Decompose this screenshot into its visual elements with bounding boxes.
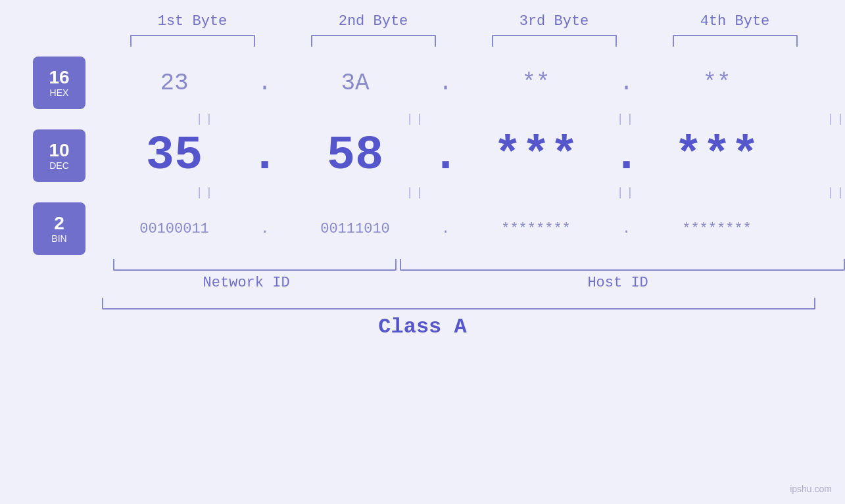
dec-sep-2: .: [431, 129, 460, 183]
hex-sep-1: .: [250, 70, 279, 97]
bin-b4: ********: [641, 221, 792, 237]
bin-b2: 00111010: [279, 221, 431, 237]
dec-badge: 10 DEC: [33, 129, 85, 182]
dec-b4: ***: [641, 129, 792, 183]
id-labels: Network ID Host ID: [102, 275, 845, 291]
class-label-row: Class A: [0, 315, 845, 339]
bracket-cell-2: [283, 35, 464, 47]
eq8: ||: [746, 186, 845, 199]
dec-b1: 35: [99, 129, 250, 183]
byte3-header: 3rd Byte: [464, 13, 644, 30]
equals-dec-bin: || || || ||: [102, 183, 845, 202]
hex-sep-3: .: [612, 70, 641, 97]
host-id-label: Host ID: [391, 275, 845, 291]
class-bracket-row: [102, 298, 815, 309]
bracket-top-2: [311, 35, 436, 47]
bin-sep-3: .: [612, 221, 641, 237]
bracket-host: [400, 259, 845, 271]
bracket-top-4: [673, 35, 798, 47]
bracket-network: [113, 259, 397, 271]
byte4-header: 4th Byte: [644, 13, 825, 30]
class-label: Class A: [378, 315, 466, 339]
bracket-cell-1: [102, 35, 283, 47]
eq4: ||: [746, 112, 845, 126]
hex-row: 16 HEX 23 . 3A . ** . **: [33, 57, 845, 109]
dec-row: 10 DEC 35 . 58 . *** . ***: [33, 129, 845, 183]
watermark: ipshu.com: [790, 484, 832, 494]
hex-b2: 3A: [279, 70, 431, 97]
byte2-header: 2nd Byte: [283, 13, 464, 30]
network-id-label: Network ID: [102, 275, 391, 291]
bin-sep-2: .: [431, 221, 460, 237]
dec-values: 35 . 58 . *** . ***: [99, 129, 845, 183]
bracket-cell-3: [464, 35, 644, 47]
bin-b1: 00100011: [99, 221, 250, 237]
hex-sep-2: .: [431, 70, 460, 97]
eq6: ||: [326, 186, 506, 199]
dec-base-label: DEC: [49, 161, 69, 171]
eq7: ||: [536, 186, 717, 199]
hex-b1: 23: [99, 70, 250, 97]
dec-sep-3: .: [612, 129, 641, 183]
bin-sep-1: .: [250, 221, 279, 237]
dec-base-number: 10: [49, 141, 69, 161]
bin-b3: ********: [460, 221, 612, 237]
hex-badge: 16 HEX: [33, 57, 85, 109]
hex-b3: **: [460, 70, 612, 97]
hex-values: 23 . 3A . ** . **: [99, 70, 845, 97]
bottom-brackets: [102, 259, 845, 271]
dec-sep-1: .: [250, 129, 279, 183]
byte1-header: 1st Byte: [102, 13, 283, 30]
bracket-top-1: [130, 35, 255, 47]
bin-row: 2 BIN 00100011 . 00111010 . ******** . *…: [33, 202, 845, 255]
hex-b4: **: [641, 70, 792, 97]
equals-hex-dec: || || || ||: [102, 109, 845, 129]
eq2: ||: [326, 112, 506, 126]
byte-headers: 1st Byte 2nd Byte 3rd Byte 4th Byte: [102, 13, 845, 30]
bracket-top-3: [492, 35, 617, 47]
eq1: ||: [115, 112, 296, 126]
hex-base-number: 16: [49, 68, 69, 88]
dec-b3: ***: [460, 129, 612, 183]
bin-badge: 2 BIN: [33, 202, 85, 255]
bin-base-label: BIN: [51, 234, 66, 244]
bin-values: 00100011 . 00111010 . ******** . *******…: [99, 221, 845, 237]
bracket-cell-4: [644, 35, 825, 47]
dec-b2: 58: [279, 129, 431, 183]
hex-base-label: HEX: [50, 88, 69, 98]
class-bracket: [102, 298, 815, 309]
eq3: ||: [536, 112, 717, 126]
top-brackets: [102, 35, 845, 47]
eq5: ||: [115, 186, 296, 199]
bin-base-number: 2: [54, 214, 64, 234]
